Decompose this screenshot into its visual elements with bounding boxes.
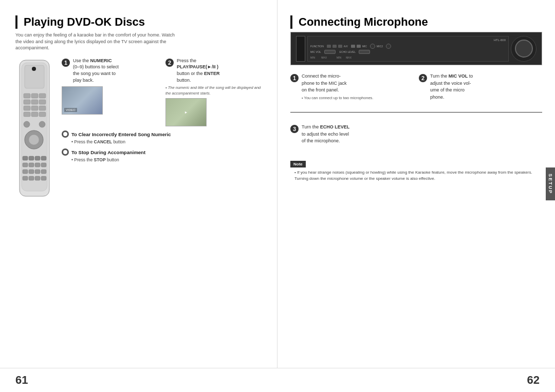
right-step1-number: 1 [290,74,299,82]
svg-rect-23 [41,156,46,160]
right-steps: 1 Connect the micro-phone to the MIC jac… [290,73,542,145]
right-step1: 1 Connect the micro-phone to the MIC jac… [290,73,414,101]
rec-btn-av2 [357,45,361,48]
right-page-title: Connecting Microphone [290,15,542,29]
rec-btn-1 [327,45,331,48]
receiver-left-panel [296,36,305,62]
svg-rect-10 [24,106,30,110]
svg-rect-28 [23,170,28,174]
screen-inner-1: VIDEO [62,87,102,114]
svg-rect-33 [29,176,34,180]
to-clear-title: To Clear Incorrectly Entered Song Numeri… [71,132,171,137]
svg-rect-32 [23,176,28,180]
step1: 1 Use the NUMERIC(0–9) buttons to select… [62,58,160,83]
screen-label-1: VIDEO [64,108,77,112]
svg-rect-12 [39,106,46,110]
screen-thumb-2: ► [165,98,207,126]
mic-label: MIC [362,45,367,48]
svg-rect-22 [35,156,40,160]
to-stop-section: To Stop During Accompaniment • Press the… [62,148,264,162]
remote-container: 1 Use the NUMERIC(0–9) buttons to select… [15,58,264,202]
divider [290,112,542,113]
svg-point-3 [32,67,36,71]
to-clear-bullet [62,130,69,138]
min2-label: MIN [337,56,341,59]
to-stop-detail: • Press the STOP button [71,157,264,162]
step2-note: • The numeric and title of the song will… [165,85,264,96]
to-stop-title: To Stop During Accompaniment [71,150,145,155]
note-box: Note • If you hear strange noises (squea… [290,160,542,182]
step2-number: 2 [165,59,174,67]
svg-rect-24 [23,163,28,167]
av-label: A/V [344,45,348,48]
right-step-row-1: 1 Connect the micro-phone to the MIC jac… [290,73,542,101]
rec-btn-av1 [351,45,355,48]
rec-btn-2 [332,45,337,48]
svg-point-16 [24,121,30,127]
receiver-middle-panel: HTL-600 FUNCTION A/V MIC MIC2 [307,36,509,62]
step1-block: 1 Use the NUMERIC(0–9) buttons to select… [62,58,160,126]
note-label: Note [290,161,306,167]
step1-text: Use the NUMERIC(0–9) buttons to selectth… [73,58,119,83]
page-numbers: 61 62 [0,368,555,392]
right-step1-note: • You can connect up to two microphones. [302,96,373,100]
to-stop-bullet [62,148,69,156]
echo-level-knob [359,50,370,54]
right-step1-content: Connect the micro-phone to the MIC jacko… [302,73,373,100]
to-clear-section: To Clear Incorrectly Entered Song Numeri… [62,130,264,144]
svg-rect-29 [29,170,34,174]
echo-level-label: ECHO LEVEL [340,50,356,53]
svg-rect-11 [31,106,38,110]
right-step-row-2: 3 Turn the ECHO LEVELto adjust the echo … [290,124,542,145]
svg-rect-27 [41,163,46,167]
receiver-model: HTL-600 [310,39,506,42]
svg-point-19 [29,135,39,145]
screen-thumb-1: VIDEO [62,86,103,115]
mic2-label: MIC2 [377,45,383,48]
svg-rect-20 [23,156,28,160]
screen-label-2: ► [184,110,188,114]
svg-point-17 [39,121,45,127]
svg-rect-14 [31,112,38,117]
svg-rect-9 [39,100,46,104]
screen-inner-2: ► [166,99,206,126]
function-label: FUNCTION [310,45,324,48]
step2-block: 2 Press thePLAY/PAUSE(►/II )button or th… [165,58,264,126]
right-page-number: 62 [527,374,540,387]
svg-rect-13 [24,112,30,117]
step1-number: 1 [62,59,70,67]
step2-text: Press thePLAY/PAUSE(►/II )button or the … [177,58,220,83]
max-label: MAX [321,56,327,59]
mic-vol-label: MIC VOL [310,50,321,53]
receiver-image: HTL-600 FUNCTION A/V MIC MIC2 [290,32,542,65]
to-stop-header: To Stop During Accompaniment [62,148,264,156]
to-stop-bullet-inner [63,150,67,154]
svg-rect-31 [41,170,46,174]
rec-btn-3 [338,45,342,48]
right-step3-number: 3 [290,125,299,133]
receiver-volume-knob [511,36,536,62]
svg-rect-8 [31,100,38,104]
to-clear-bullet-inner [63,132,67,136]
volume-knob-inner [515,40,533,58]
svg-rect-5 [31,94,38,98]
right-step2: 2 Turn the MIC VOL toadjust the voice vo… [419,73,542,101]
svg-rect-26 [35,163,40,167]
right-step3-text: Turn the ECHO LEVELto adjust the echo le… [302,124,349,145]
svg-rect-7 [24,100,30,104]
title-bar-right [290,15,292,29]
small-labels-row: MIN MAX MIN MAX [310,56,506,59]
setup-tab: SETUP [546,167,555,200]
title-bar-left [15,15,17,29]
left-page-number: 61 [15,374,28,387]
right-step1-text: Connect the micro-phone to the MIC jacko… [302,73,373,94]
steps-right: 1 Use the NUMERIC(0–9) buttons to select… [62,58,264,202]
left-subtitle: You can enjoy the feeling of a karaoke b… [15,32,180,51]
right-step2-text: Turn the MIC VOL toadjust the voice vol-… [430,73,473,101]
to-clear-header: To Clear Incorrectly Entered Song Numeri… [62,130,264,138]
svg-rect-25 [29,163,34,167]
to-clear-detail: • Press the CANCEL button [71,139,264,144]
svg-rect-21 [29,156,34,160]
min-label: MIN [310,56,315,59]
note-text: • If you hear strange noises (squealing … [290,170,542,182]
